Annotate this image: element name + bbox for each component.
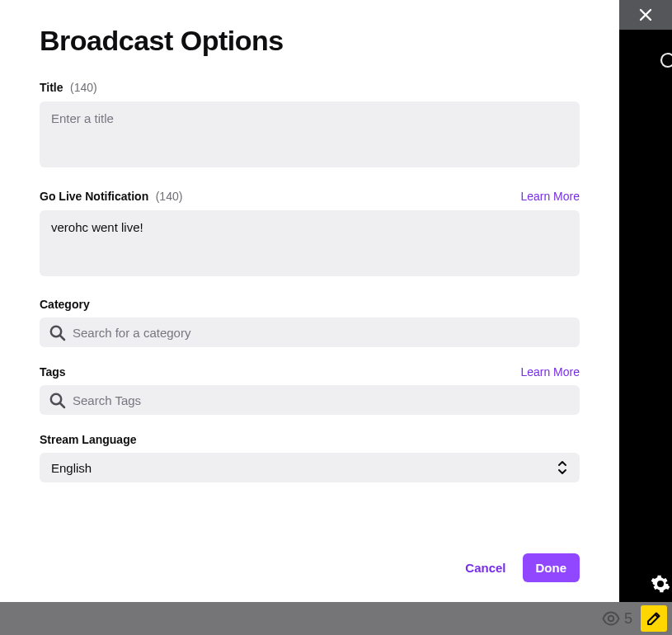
language-selected-value: English [51,461,92,475]
modal-title: Broadcast Options [40,25,580,57]
category-field: Category [40,298,580,347]
language-label: Stream Language [40,433,136,446]
svg-point-0 [661,54,672,67]
modal-close-area [619,0,672,30]
pencil-icon [645,609,663,628]
tags-label: Tags [40,365,66,379]
notification-count: (140) [156,190,183,203]
svg-point-3 [609,616,614,622]
notification-field: Go Live Notification (140) Learn More [40,189,580,280]
done-button[interactable]: Done [523,553,580,582]
title-label: Title [40,81,63,94]
tags-search-input[interactable] [40,385,580,415]
close-icon[interactable] [638,7,653,22]
sort-arrows-icon [557,460,568,475]
broadcast-options-modal: Broadcast Options Title (140) Go Live No… [0,0,619,602]
gear-icon[interactable] [651,574,672,594]
viewer-count: 5 [602,609,632,628]
language-field: Stream Language English [40,433,580,482]
title-field: Title (140) [40,80,580,171]
viewer-number: 5 [624,610,632,628]
right-sidebar [619,30,672,602]
tags-field: Tags Learn More [40,365,580,415]
cancel-button[interactable]: Cancel [460,554,510,581]
edit-button[interactable] [641,605,667,632]
notification-label: Go Live Notification [40,190,148,203]
language-select[interactable]: English [40,453,580,482]
tags-learn-more-link[interactable]: Learn More [520,365,580,379]
category-search-input[interactable] [40,318,580,347]
title-count: (140) [70,81,97,94]
bottom-status-bar: 5 [0,602,672,635]
modal-actions: Cancel Done [40,553,580,582]
search-icon[interactable] [657,49,672,73]
title-input[interactable] [40,101,580,167]
eye-icon [602,609,620,628]
notification-learn-more-link[interactable]: Learn More [520,190,580,203]
notification-input[interactable] [40,210,580,276]
category-label: Category [40,298,90,311]
